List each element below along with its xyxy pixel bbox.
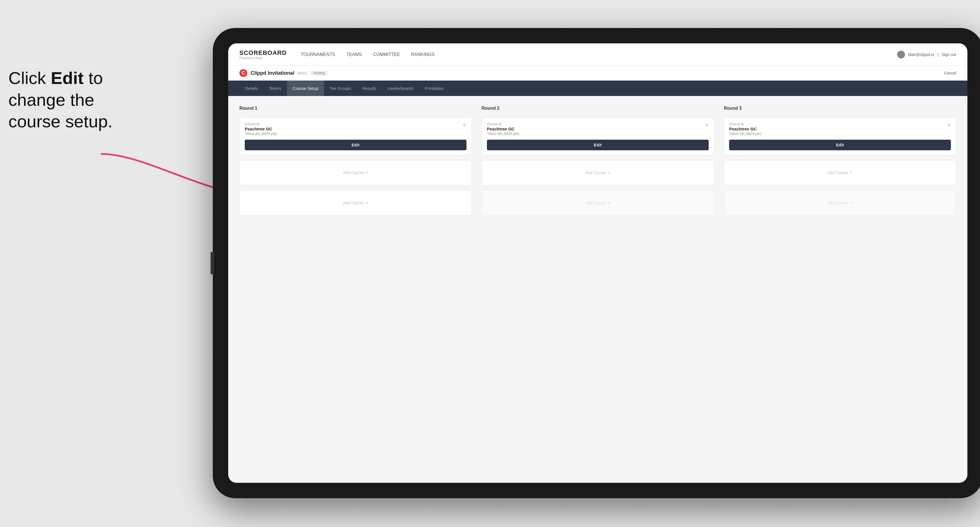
round-1-plus-icon-1: + [365,170,368,175]
round-1-add-course-text-1: Add Course + [343,170,368,175]
round-1-add-course-1[interactable]: Add Course + [239,160,472,185]
round-3-title: Round 3 [724,106,956,111]
tab-bar: Details Teams Course Setup Tee Groups Re… [228,81,967,96]
tab-tee-groups[interactable]: Tee Groups [324,81,357,96]
logo-powered: Powered by clippd [239,57,287,60]
round-2-plus-icon-2: + [608,200,610,205]
round-1-title: Round 1 [239,106,472,111]
tab-leaderboards[interactable]: Leaderboards [382,81,419,96]
round-1-column: Round 1 🗑 (Course A) Peachtree GC Yellow… [239,106,472,216]
rounds-grid: Round 1 🗑 (Course A) Peachtree GC Yellow… [239,106,956,216]
tablet-side-button [210,252,214,274]
cancel-button[interactable]: Cancel [944,71,956,75]
round-1-delete-icon[interactable]: 🗑 [461,122,468,128]
tablet-screen: SCOREBOARD Powered by clippd TOURNAMENTS… [228,43,967,483]
round-2-plus-icon-1: + [608,170,610,175]
round-3-add-course-text-2: Add Course + [827,200,852,205]
round-2-course-info: Yellow (M) (6629 yds) [487,132,709,136]
tab-results[interactable]: Results [357,81,382,96]
tournament-header: C Clippd Invitational (Men) Hosting Canc… [228,66,967,81]
round-2-column: Round 2 🗑 (Course A) Peachtree GC Yellow… [482,106,714,216]
nav-avatar [897,51,905,59]
round-2-add-course-2: Add Course + [482,190,714,216]
instruction-prefix: Click [8,68,51,87]
tab-details[interactable]: Details [239,81,264,96]
logo-area: SCOREBOARD Powered by clippd [239,49,287,60]
round-1-plus-icon-2: + [365,200,368,205]
round-1-course-info: Yellow (M) (6629 yds) [245,132,466,136]
tournament-title-area: C Clippd Invitational (Men) Hosting [239,69,328,77]
nav-email: blair@clippd.io [908,52,934,57]
round-2-course-label: (Course A) [487,122,709,125]
round-3-course-card: 🗑 (Course A) Peachtree GC Yellow (M) (66… [724,117,956,155]
round-1-course-name: Peachtree GC [245,127,466,131]
round-1-course-card: 🗑 (Course A) Peachtree GC Yellow (M) (66… [239,117,472,155]
nav-rankings[interactable]: RANKINGS [411,52,434,57]
round-2-add-course-1[interactable]: Add Course + [482,160,714,185]
round-3-course-info: Yellow (M) (6629 yds) [729,132,951,136]
round-2-delete-icon[interactable]: 🗑 [704,122,710,128]
nav-teams[interactable]: TEAMS [346,52,362,57]
round-1-add-course-text-2: Add Course + [343,200,368,205]
round-3-delete-icon[interactable]: 🗑 [946,122,952,128]
tab-teams[interactable]: Teams [264,81,287,96]
round-3-add-course-text-1: Add Course + [827,170,852,175]
tournament-gender: (Men) [298,71,307,75]
c-logo: C [239,69,247,77]
round-3-column: Round 3 🗑 (Course A) Peachtree GC Yellow… [724,106,956,216]
round-2-add-course-text-2: Add Course + [585,200,610,205]
round-3-course-label: (Course A) [729,122,951,125]
tab-course-setup[interactable]: Course Setup [287,81,324,96]
round-3-add-course-2: Add Course + [724,190,956,216]
tournament-name: Clippd Invitational [251,70,294,76]
main-content: Round 1 🗑 (Course A) Peachtree GC Yellow… [228,96,967,483]
round-3-plus-icon-2: + [850,200,852,205]
instruction-bold: Edit [51,68,84,87]
round-1-edit-button[interactable]: Edit [245,140,466,150]
tab-printables[interactable]: Printables [419,81,449,96]
round-2-course-card: 🗑 (Course A) Peachtree GC Yellow (M) (66… [482,117,714,155]
round-3-plus-icon-1: + [850,170,852,175]
round-1-add-course-2[interactable]: Add Course + [239,190,472,216]
round-2-add-course-text-1: Add Course + [585,170,610,175]
round-3-add-course-1[interactable]: Add Course + [724,160,956,185]
nav-separator: | [937,52,939,57]
nav-committee[interactable]: COMMITTEE [373,52,400,57]
tablet-shell: SCOREBOARD Powered by clippd TOURNAMENTS… [213,28,980,498]
round-3-edit-button[interactable]: Edit [729,140,951,150]
nav-right: blair@clippd.io | Sign out [897,51,956,59]
round-2-edit-button[interactable]: Edit [487,140,709,150]
round-3-course-name: Peachtree GC [729,127,951,131]
sign-out-link[interactable]: Sign out [942,52,956,57]
top-nav: SCOREBOARD Powered by clippd TOURNAMENTS… [228,43,967,66]
round-1-course-label: (Course A) [245,122,466,125]
logo-scoreboard: SCOREBOARD [239,49,287,57]
instruction-text: Click Edit to change the course setup. [8,67,143,132]
nav-links: TOURNAMENTS TEAMS COMMITTEE RANKINGS [301,52,897,57]
round-2-title: Round 2 [482,106,714,111]
round-2-course-name: Peachtree GC [487,127,709,131]
nav-tournaments[interactable]: TOURNAMENTS [301,52,335,57]
hosting-badge: Hosting [310,70,328,76]
